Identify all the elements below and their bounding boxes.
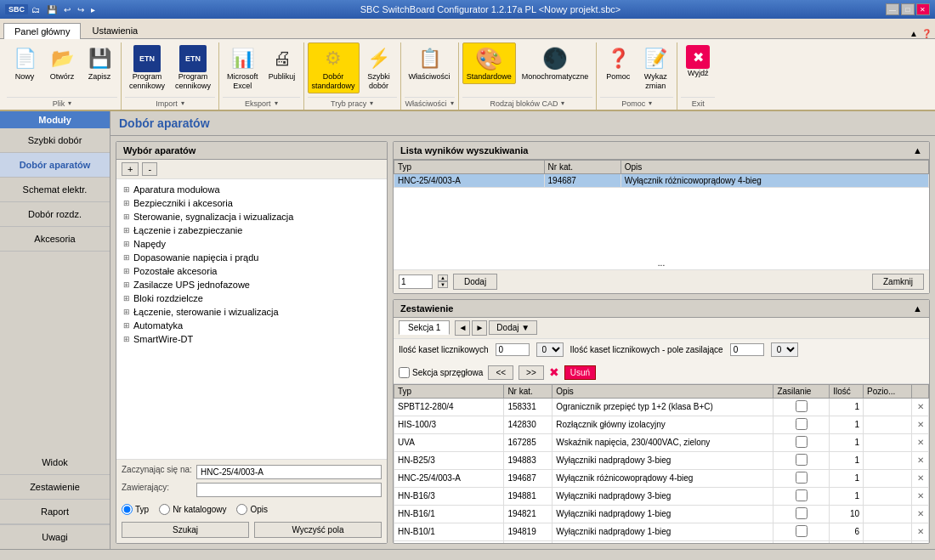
pomoc-button[interactable]: ❓ Pomoc [600,42,636,84]
tree-remove-btn[interactable]: - [142,162,157,176]
sekcja-checkbox[interactable] [399,367,410,378]
tab-panel-glowny[interactable]: Panel główny [3,23,81,39]
qty-up-btn[interactable]: ▲ [438,274,448,281]
minimize-btn[interactable]: — [886,3,899,15]
wlasciwosci-button[interactable]: 📋 Właściwości [405,42,455,84]
tree-item-sterowanie[interactable]: ⊞ Sterowanie, sygnalizacja i wizualizacj… [120,210,383,223]
kset-pole-input[interactable] [730,343,764,356]
save-button[interactable]: 💾 Zapisz [82,42,117,84]
result-row-0[interactable]: HNC-25/4/003-A 194687 Wyłącznik różnicow… [394,173,929,187]
tree-item-automatyka[interactable]: ⊞ Automatyka [120,319,383,332]
ribbon-help-btn[interactable]: ❓ [921,29,932,38]
sidebar-item-zestawienie[interactable]: Zestawienie [0,475,110,500]
section-tab-1[interactable]: Sekcja 1 [399,320,450,335]
sidebar-item-szybki-dobor[interactable]: Szybki dobór [0,128,110,153]
sekcja-checkbox-label[interactable]: Sekcja sprzęgłowa [399,367,483,378]
tree-item-smartwire[interactable]: ⊞ SmartWire-DT [120,332,383,346]
szybki-dobor-button[interactable]: ⚡ Szybkidobór [361,42,397,93]
search-contain-input[interactable] [196,483,382,497]
dobor-standardowy-button[interactable]: ⚙ Dobórstandardowy [308,42,360,93]
tree-item-bloki[interactable]: ⊞ Bloki rozdzielcze [120,291,383,305]
main-table-row[interactable]: HN-B25/3 194883 Wyłączniki nadprądowy 3-… [394,451,929,469]
main-row-del[interactable]: ✕ [912,451,929,469]
main-row-del[interactable]: ✕ [912,469,929,487]
main-row-zasilanie[interactable] [774,416,830,433]
wykaz-zmian-button[interactable]: 📝 Wykazzmian [638,42,673,93]
tree-item-dopasowanie[interactable]: ⊞ Dopasowanie napięcia i prądu [120,251,383,264]
main-table-row[interactable]: HNC-25/4/003-A 194687 Wyłącznik różnicow… [394,469,929,487]
plik-expand[interactable]: ▾ [68,99,71,107]
wyjdz-button[interactable]: ✖ Wyjdź [681,42,715,81]
sidebar-item-schemat-elektr[interactable]: Schemat elektr. [0,178,110,202]
toolbar-btn-1[interactable]: 🗂 [31,5,40,14]
tree-item-laczenie[interactable]: ⊞ Łączenie i zabezpieczanie [120,223,383,237]
open-button[interactable]: 📂 Otwórz [44,42,80,84]
pomoc-expand[interactable]: ▾ [649,99,652,107]
main-table-row[interactable]: UVA 167285 Wskaźnik napięcia, 230/400VAC… [394,433,929,451]
radio-opis[interactable]: Opis [236,504,268,515]
search-start-input[interactable] [196,465,382,479]
radio-typ[interactable]: Typ [122,504,149,515]
results-collapse-btn[interactable]: ▲ [913,145,922,156]
sidebar-item-widok[interactable]: Widok [0,450,110,475]
tree-item-bezpieczniki[interactable]: ⊞ Bezpieczniki i akcesoria [120,196,383,210]
qty-down-btn[interactable]: ▼ [438,281,448,288]
cad-expand[interactable]: ▾ [561,99,564,107]
tree-item-pozostale[interactable]: ⊞ Pozostałe akcesoria [120,264,383,278]
sidebar-item-dobor-rozdz[interactable]: Dobór rozdz. [0,202,110,227]
main-table-row[interactable]: HN-B16/1 194821 Wyłączniki nadprądowy 1-… [394,505,929,523]
sidebar-item-uwagi[interactable]: Uwagi [0,524,110,549]
shift-right-btn[interactable]: >> [518,365,544,380]
sidebar-item-akcesoria[interactable]: Akcesoria [0,227,110,252]
tree-add-btn[interactable]: + [122,162,139,176]
tree-item-napedy[interactable]: ⊞ Napędy [120,237,383,251]
tab-ustawienia[interactable]: Ustawienia [81,22,149,38]
ribbon-collapse-btn[interactable]: ▲ [910,29,918,38]
prog-cennikowy-1-button[interactable]: ETN Programcennikowy [125,42,169,93]
excel-button[interactable]: 📊 MicrosoftExcel [223,42,263,93]
eksport-expand[interactable]: ▾ [275,99,278,107]
kset-select[interactable]: 0 [536,342,564,357]
section-next-btn[interactable]: ► [472,320,487,336]
tree-item-zasilacze[interactable]: ⊞ Zasilacze UPS jednofazowe [120,278,383,291]
main-row-del[interactable]: ✕ [912,416,929,433]
shift-left-btn[interactable]: << [488,365,513,380]
new-button[interactable]: 📄 Nowy [7,42,42,84]
main-row-del[interactable]: ✕ [912,433,929,451]
main-table-row[interactable]: HN-B16/3 194881 Wyłączniki nadprądowy 3-… [394,487,929,505]
search-button[interactable]: Szukaj [122,522,249,538]
main-row-del[interactable]: ✕ [912,487,929,505]
main-row-zasilanie[interactable] [774,523,830,540]
toolbar-btn-5[interactable]: ▸ [91,5,95,14]
kset-pole-select[interactable]: 0 [771,342,798,357]
main-table-row[interactable]: SPBT12-280/4 158331 Ogranicznik przepięć… [394,398,929,416]
main-row-del[interactable]: ✕ [912,540,929,543]
toolbar-btn-2[interactable]: 💾 [47,5,57,14]
tree-item-laczenie2[interactable]: ⊞ Łączenie, sterowanie i wizualizacja [120,305,383,319]
prog-cennikowy-2-button[interactable]: ETN Programcennikowy [171,42,215,93]
kset-input[interactable] [496,343,530,356]
close-btn[interactable]: ✕ [916,3,930,15]
standardowe-button[interactable]: 🎨 Standardowe [462,42,516,84]
add-section-btn[interactable]: Dodaj ▼ [489,320,537,335]
tryb-expand[interactable]: ▾ [370,99,373,107]
main-row-zasilanie[interactable] [774,540,830,543]
qty-input[interactable] [399,274,433,289]
zestawienie-collapse-btn[interactable]: ▲ [913,303,922,314]
main-row-del[interactable]: ✕ [912,523,929,540]
main-table-row[interactable]: HN-B10/1 194819 Wyłączniki nadprądowy 1-… [394,523,929,540]
main-row-zasilanie[interactable] [774,451,830,469]
usun-btn[interactable]: Usuń [564,365,596,380]
main-row-del[interactable]: ✕ [912,398,929,416]
main-row-zasilanie[interactable] [774,505,830,523]
main-row-zasilanie[interactable] [774,487,830,505]
zamknij-btn[interactable]: Zamknij [872,274,924,290]
sidebar-item-raport[interactable]: Raport [0,500,110,524]
main-row-zasilanie[interactable] [774,469,830,487]
radio-nr-kat[interactable]: Nr katalogowy [159,504,226,515]
main-row-zasilanie[interactable] [774,398,830,416]
maximize-btn[interactable]: □ [901,3,915,15]
toolbar-btn-3[interactable]: ↩ [64,5,71,14]
main-table-row[interactable]: HNB-B16/1N/003-A 195133 Wył.nadpr. z mod… [394,540,929,543]
main-row-zasilanie[interactable] [774,433,830,451]
